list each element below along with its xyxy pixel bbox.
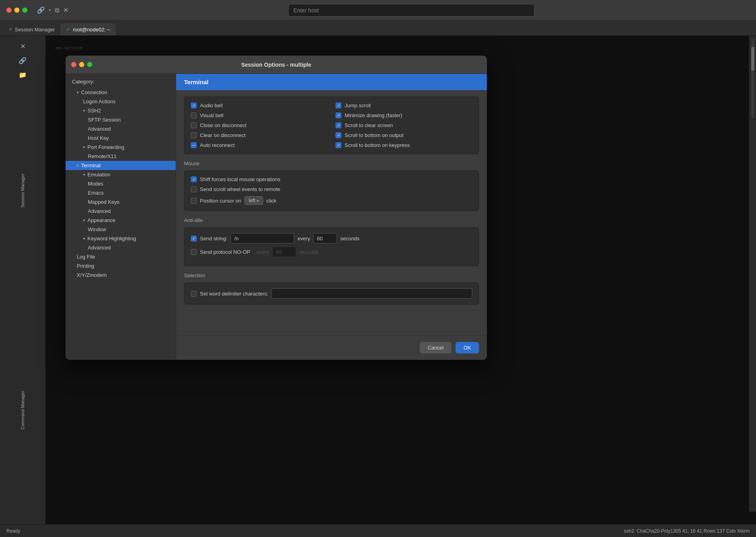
close-disconnect-label: Close on disconnect [200, 122, 246, 128]
send-string-every-input[interactable] [313, 233, 337, 243]
tree-item-connection[interactable]: ▾ Connection [66, 88, 176, 97]
scrollbar-thumb[interactable] [751, 47, 754, 71]
title-bar-icons: 🔗 ▾ ⧉ ✕ [37, 6, 68, 14]
scroll-wheel-checkbox[interactable] [191, 186, 197, 192]
audio-bell-checkbox[interactable] [191, 102, 197, 108]
chevron-icon: ▾ [83, 108, 85, 113]
tree-item-printing[interactable]: Printing [66, 261, 176, 270]
tree-item-logon-actions[interactable]: Logon Actions [66, 97, 176, 106]
scroll-clear-checkbox[interactable] [335, 122, 341, 128]
tab-root-node02[interactable]: ✓ root@node02: ~ [60, 23, 116, 35]
sidebar-close-icon[interactable]: ✕ [0, 39, 45, 53]
tree-label: Port Forwarding [87, 144, 124, 150]
chevron-icon: ▾ [83, 236, 85, 241]
tree-label: X/Y/Zmodem [77, 272, 107, 278]
traffic-lights [6, 8, 27, 13]
click-label: click [266, 198, 276, 204]
ok-button[interactable]: OK [456, 342, 479, 353]
main-area: ✕ 🔗 📁 Session Manager Command Manager .e… [0, 36, 756, 524]
chevron-icon: ▾ [77, 90, 79, 95]
terminal-left-col: Audio bell Visual bell Clo [191, 102, 328, 148]
scrollbar-track[interactable] [751, 39, 754, 118]
tree-label: Appearance [87, 217, 115, 223]
tree-label: Emulation [87, 172, 110, 178]
cancel-button[interactable]: Cancel [420, 342, 452, 353]
tree-item-advanced-terminal[interactable]: Advanced [66, 207, 176, 216]
position-cursor-checkbox[interactable] [191, 198, 197, 204]
chevron-down-icon[interactable]: ▾ [49, 8, 51, 12]
address-bar[interactable]: Enter host [288, 4, 535, 17]
send-string-input[interactable] [231, 233, 294, 243]
clone-icon[interactable]: ⧉ [55, 7, 59, 14]
minimize-button[interactable] [14, 8, 19, 13]
tree-item-advanced-ssh2[interactable]: Advanced [66, 124, 176, 133]
send-string-label: Send string: [200, 236, 227, 241]
dialog-close[interactable] [71, 62, 76, 67]
position-select[interactable]: left ▾ [244, 196, 263, 205]
dialog-zoom[interactable] [87, 62, 92, 67]
tree-item-emacs[interactable]: Emacs [66, 188, 176, 197]
visual-bell-checkbox[interactable] [191, 112, 197, 118]
checkbox-scroll-keypress: Scroll to bottom on keypress [335, 142, 472, 148]
tree-label: SSH2 [87, 108, 101, 114]
sidebar-folder-icon[interactable]: 📁 [0, 68, 45, 82]
mouse-section-title: Mouse [184, 160, 479, 166]
mouse-grid: Shift forces local mouse operations Send… [191, 176, 472, 205]
position-cursor-row: Position cursor on left ▾ click [191, 196, 472, 205]
tree-item-modes[interactable]: Modes [66, 179, 176, 188]
maximize-button[interactable] [22, 8, 27, 13]
send-noop-checkbox[interactable] [191, 249, 197, 255]
settings-header: Terminal [176, 74, 487, 90]
tree-item-port-forwarding[interactable]: ▾ Port Forwarding [66, 143, 176, 152]
tree-item-mapped-keys[interactable]: Mapped Keys [66, 197, 176, 207]
terminal-right-col: Jump scroll Minimize drawing (faster) [335, 102, 472, 148]
tree-item-advanced-kw[interactable]: Advanced [66, 243, 176, 252]
word-delimiter-input[interactable] [271, 288, 472, 299]
tree-item-emulation[interactable]: ▾ Emulation [66, 170, 176, 179]
close-disconnect-checkbox[interactable] [191, 122, 197, 128]
send-noop-every-input[interactable] [272, 247, 296, 257]
send-string-checkbox[interactable] [191, 236, 197, 241]
tab-session-manager[interactable]: ✕ Session Manager [3, 23, 60, 35]
tree-item-ssh2[interactable]: ▾ SSH2 [66, 106, 176, 115]
link-icon[interactable]: 🔗 [37, 6, 45, 14]
checkbox-scroll-output: Scroll to bottom on output [335, 132, 472, 138]
tree-label: Mapped Keys [88, 199, 120, 205]
minimize-drawing-checkbox[interactable] [335, 112, 341, 118]
checkbox-visual-bell: Visual bell [191, 112, 328, 118]
settings-panel: Terminal Audio bell [176, 74, 487, 360]
tree-item-xyzmodem[interactable]: X/Y/Zmodem [66, 270, 176, 280]
tree-item-terminal[interactable]: ▾ Terminal [66, 161, 176, 170]
window-close-icon[interactable]: ✕ [63, 6, 68, 14]
shift-mouse-checkbox[interactable] [191, 176, 197, 182]
send-noop-seconds-label: seconds [299, 249, 318, 255]
tab-bar: ✕ Session Manager ✓ root@node02: ~ [0, 21, 756, 36]
tree-item-sftp[interactable]: SFTP Session [66, 115, 176, 124]
auto-reconnect-checkbox[interactable] [191, 142, 197, 148]
clear-disconnect-checkbox[interactable] [191, 132, 197, 138]
selection-box: Set word delimiter characters: [184, 282, 479, 305]
scroll-output-checkbox[interactable] [335, 132, 341, 138]
sidebar-session-manager-label: Session Manager [20, 170, 25, 211]
sidebar-link-icon[interactable]: 🔗 [0, 53, 45, 68]
tree-label: Advanced [88, 245, 111, 251]
tree-item-window[interactable]: Window [66, 225, 176, 234]
dialog-minimize[interactable] [79, 62, 84, 67]
tree-item-host-key[interactable]: Host Key [66, 133, 176, 143]
word-delimiter-checkbox[interactable] [191, 291, 197, 297]
visual-bell-label: Visual bell [200, 112, 223, 118]
status-left: Ready [6, 528, 20, 534]
jump-scroll-checkbox[interactable] [335, 102, 341, 108]
terminal-checkbox-grid: Audio bell Visual bell Clo [191, 102, 472, 148]
tree-item-log-file[interactable]: Log File [66, 252, 176, 261]
tree-label: Keyword Highlighting [87, 236, 136, 241]
tab-close-icon[interactable]: ✕ [9, 27, 12, 32]
tree-item-keyword-highlighting[interactable]: ▾ Keyword Highlighting [66, 234, 176, 243]
tab-label: Session Manager [15, 27, 55, 33]
tree-item-appearance[interactable]: ▾ Appearance [66, 216, 176, 225]
tree-item-remote-x11[interactable]: Remote/X11 [66, 152, 176, 161]
close-button[interactable] [6, 8, 12, 13]
scroll-keypress-checkbox[interactable] [335, 142, 341, 148]
tree-label: Modes [88, 181, 103, 187]
tree-label: Terminal [81, 162, 101, 168]
